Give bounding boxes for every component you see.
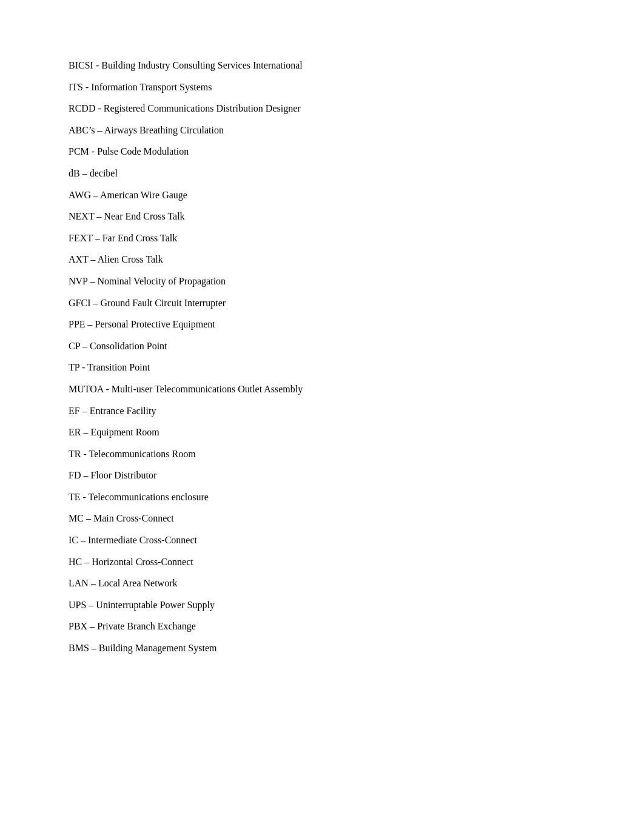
glossary-item-db: dB – decibel bbox=[69, 163, 575, 184]
glossary-item-te: TE - Telecommunications enclosure bbox=[69, 486, 575, 508]
glossary-item-ef: EF – Entrance Facility bbox=[69, 400, 575, 422]
glossary-item-er: ER – Equipment Room bbox=[69, 421, 575, 443]
glossary-item-fd: FD – Floor Distributor bbox=[69, 464, 575, 486]
glossary-item-lan: LAN – Local Area Network bbox=[69, 572, 575, 594]
glossary-item-ppe: PPE – Personal Protective Equipment bbox=[69, 314, 575, 335]
glossary-item-bms: BMS – Building Management System bbox=[69, 637, 575, 659]
glossary-item-nvp: NVP – Nominal Velocity of Propagation bbox=[69, 270, 575, 292]
glossary-item-pcm: PCM - Pulse Code Modulation bbox=[69, 141, 575, 163]
glossary-item-cp: CP – Consolidation Point bbox=[69, 335, 575, 357]
glossary-item-abcs: ABC’s – Airways Breathing Circulation bbox=[69, 119, 575, 141]
glossary-item-pbx: PBX – Private Branch Exchange bbox=[69, 615, 575, 637]
glossary-item-axt: AXT – Alien Cross Talk bbox=[69, 249, 575, 270]
glossary-item-mc: MC – Main Cross-Connect bbox=[69, 508, 575, 529]
glossary-list: BICSI - Building Industry Consulting Ser… bbox=[69, 55, 575, 659]
glossary-item-ic: IC – Intermediate Cross-Connect bbox=[69, 529, 575, 551]
glossary-item-awg: AWG – American Wire Gauge bbox=[69, 184, 575, 206]
glossary-item-bicsi: BICSI - Building Industry Consulting Ser… bbox=[69, 55, 575, 76]
glossary-item-ups: UPS – Uninterruptable Power Supply bbox=[69, 594, 575, 616]
glossary-item-mutoa: MUTOA - Multi-user Telecommunications Ou… bbox=[69, 378, 575, 400]
glossary-item-tr: TR - Telecommunications Room bbox=[69, 443, 575, 465]
glossary-item-next: NEXT – Near End Cross Talk bbox=[69, 206, 575, 227]
glossary-item-hc: HC – Horizontal Cross-Connect bbox=[69, 551, 575, 573]
glossary-item-tp: TP - Transition Point bbox=[69, 357, 575, 378]
glossary-item-fext: FEXT – Far End Cross Talk bbox=[69, 227, 575, 249]
glossary-item-rcdd: RCDD - Registered Communications Distrib… bbox=[69, 98, 575, 119]
glossary-item-gfci: GFCI – Ground Fault Circuit Interrupter bbox=[69, 292, 575, 314]
glossary-item-its: ITS - Information Transport Systems bbox=[69, 76, 575, 98]
